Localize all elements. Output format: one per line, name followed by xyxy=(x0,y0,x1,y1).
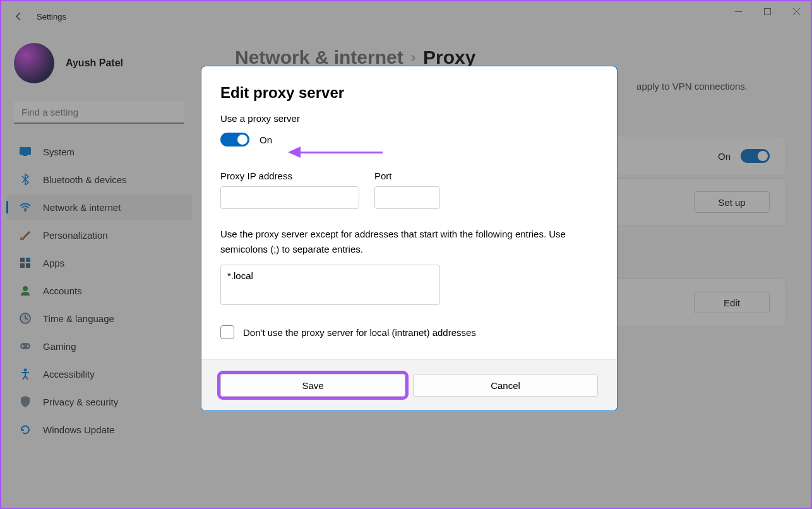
use-proxy-toggle[interactable] xyxy=(220,133,249,147)
dont-use-local-label: Don't use the proxy server for local (in… xyxy=(243,327,476,338)
exceptions-input[interactable] xyxy=(220,265,440,305)
cancel-button[interactable]: Cancel xyxy=(413,374,598,397)
toggle-state-label: On xyxy=(260,135,272,145)
save-button[interactable]: Save xyxy=(220,374,405,397)
dont-use-local-checkbox[interactable] xyxy=(220,325,234,339)
proxy-port-input[interactable] xyxy=(374,186,440,209)
edit-proxy-dialog: Edit proxy server Use a proxy server On … xyxy=(201,66,618,411)
arrow-line xyxy=(301,152,383,153)
dialog-title: Edit proxy server xyxy=(220,84,598,102)
ip-label: Proxy IP address xyxy=(220,171,359,181)
annotation-arrow xyxy=(288,147,383,158)
except-help-text: Use the proxy server except for addresse… xyxy=(220,227,598,257)
arrow-head-icon xyxy=(288,147,301,158)
proxy-ip-input[interactable] xyxy=(220,186,359,209)
port-label: Port xyxy=(374,171,440,181)
use-proxy-label: Use a proxy server xyxy=(220,113,598,124)
